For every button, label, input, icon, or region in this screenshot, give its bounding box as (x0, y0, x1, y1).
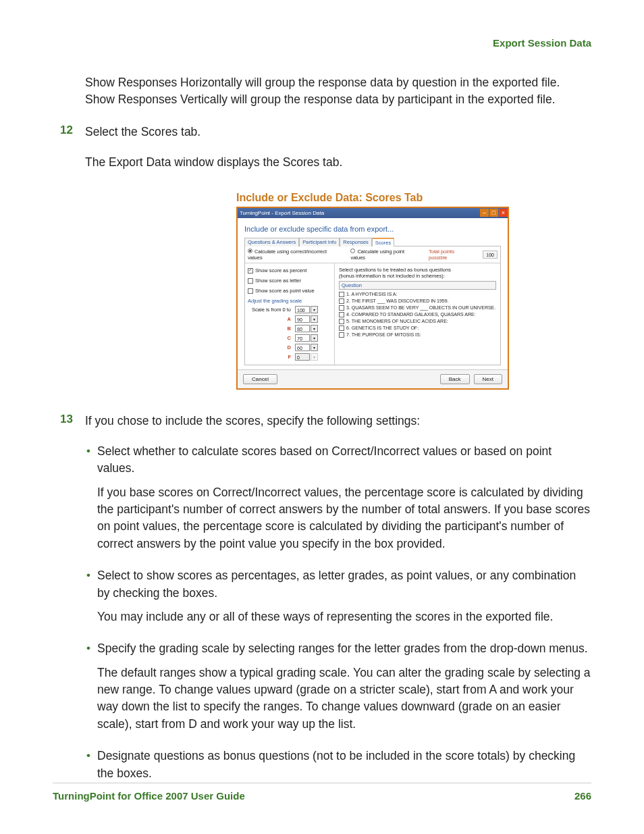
bonus-checkbox[interactable] (339, 325, 344, 331)
dialog-title-text: TurningPoint - Export Session Data (240, 210, 324, 216)
radio-points-label: Calculate using point values (350, 249, 404, 261)
chevron-down-icon[interactable]: ▾ (311, 306, 318, 313)
label-show-pointval: Show score as point value (255, 288, 315, 294)
radio-correct-incorrect[interactable]: Calculate using correct/incorrect values (248, 249, 341, 261)
grade-c-input[interactable]: 70 (295, 334, 310, 342)
bonus-checkbox[interactable] (339, 332, 344, 338)
dialog-heading: Include or exclude specific data from ex… (244, 225, 501, 233)
dialog-titlebar: TurningPoint - Export Session Data – □ × (238, 208, 508, 218)
question-list-header: Question (339, 281, 496, 290)
bullet-icon: • (85, 640, 97, 657)
label-show-percent: Show score as percent (255, 267, 306, 273)
scale-top-input[interactable]: 100 (295, 306, 310, 313)
tab-scores[interactable]: Scores (372, 238, 394, 246)
question-text: 5. THE MONOMERS OF NUCLEIC ACIDS ARE: (346, 319, 448, 323)
step-13-text: If you chose to include the scores, spec… (85, 413, 591, 429)
grade-d-label: D (248, 344, 295, 350)
checkbox-show-letter[interactable] (248, 278, 253, 284)
grade-b-label: B (248, 325, 295, 332)
next-button[interactable]: Next (474, 374, 502, 384)
step-13-number: 13 (53, 413, 85, 429)
checkbox-show-pointval[interactable] (248, 288, 253, 294)
tab-participant-info[interactable]: Participant Info (299, 238, 340, 246)
grade-c-label: C (248, 335, 295, 341)
grade-f-label: F (248, 354, 295, 360)
bullet-2-sub: You may include any or all of these ways… (97, 608, 591, 625)
total-points-label: Total points possible (429, 249, 473, 261)
bonus-checkbox[interactable] (339, 305, 344, 311)
intro-paragraph: Show Responses Horizontally will group t… (85, 74, 591, 109)
adjust-grading-link: Adjust the grading scale (248, 298, 330, 304)
cancel-button[interactable]: Cancel (243, 374, 277, 384)
bullet-icon: • (85, 748, 97, 782)
chevron-down-icon[interactable]: ▾ (311, 315, 318, 323)
radio-point-values[interactable]: Calculate using point values (350, 249, 419, 261)
bonus-checkbox[interactable] (339, 319, 344, 324)
bullet-icon: • (85, 567, 97, 602)
grade-a-input[interactable]: 90 (295, 315, 310, 323)
maximize-icon[interactable]: □ (489, 209, 498, 217)
minimize-icon[interactable]: – (480, 209, 489, 217)
bonus-checkbox[interactable] (339, 292, 344, 297)
grade-b-input[interactable]: 80 (295, 325, 310, 332)
bullet-list: •Select whether to calculate scores base… (85, 443, 591, 782)
chevron-down-icon[interactable]: ▾ (311, 325, 318, 332)
total-points-input[interactable]: 100 (483, 251, 498, 259)
step-12-number: 12 (53, 124, 85, 140)
question-text: 4. COMPARED TO STANDARD GALAXIES, QUASAR… (346, 312, 476, 317)
question-text: 2. THE FIRST ___ WAS DISCOVERED IN 1959. (346, 298, 449, 303)
grade-f-input: 0 (295, 353, 310, 361)
tab-questions-answers[interactable]: Questions & Answers (244, 238, 299, 246)
footer-title: TurningPoint for Office 2007 User Guide (53, 790, 245, 802)
question-text: 6. GENETICS IS THE STUDY OF: (346, 325, 419, 330)
bonus-hint-2: (bonus information is not included in sc… (339, 273, 496, 279)
bullet-2-lead: Select to show scores as percentages, as… (97, 567, 591, 602)
question-text: 3. QUASARS SEEM TO BE VERY ___ OBJECTS I… (346, 305, 495, 310)
tab-responses[interactable]: Responses (340, 238, 372, 246)
grade-d-input[interactable]: 60 (295, 344, 310, 351)
bullet-3-sub: The default ranges show a typical gradin… (97, 664, 591, 733)
grade-a-label: A (248, 316, 295, 322)
bullet-3-lead: Specify the grading scale by selecting r… (97, 640, 591, 657)
step-12-followup: The Export Data window displays the Scor… (85, 154, 591, 171)
bullet-icon: • (85, 443, 97, 477)
page-footer: TurningPoint for Office 2007 User Guide … (53, 783, 591, 802)
bullet-4-lead: Designate questions as bonus questions (… (97, 748, 591, 782)
chevron-down-icon[interactable]: ▾ (311, 334, 318, 342)
bonus-checkbox[interactable] (339, 298, 344, 304)
figure-caption: Include or Exclude Data: Scores Tab (236, 192, 591, 204)
bullet-1-lead: Select whether to calculate scores based… (97, 443, 591, 477)
close-icon[interactable]: × (499, 209, 508, 217)
bonus-checkbox[interactable] (339, 312, 344, 317)
label-show-letter: Show score as letter (255, 278, 301, 284)
question-text: 7. THE PURPOSE OF MITOSIS IS: (346, 332, 421, 337)
chevron-down-icon: ▾ (311, 353, 318, 361)
question-text: 1. A HYPOTHESIS IS A: (346, 292, 397, 296)
checkbox-show-percent[interactable] (248, 268, 253, 273)
chevron-down-icon[interactable]: ▾ (311, 344, 318, 351)
radio-correct-label: Calculate using correct/incorrect values (248, 249, 327, 261)
footer-page-number: 266 (574, 790, 591, 802)
dialog-tabs: Questions & Answers Participant Info Res… (244, 237, 501, 246)
page-section-header: Export Session Data (53, 37, 591, 49)
step-12-text: Select the Scores tab. (85, 124, 591, 140)
scale-intro-label: Scale is from 0 to (248, 307, 295, 313)
bullet-1-sub: If you base scores on Correct/Incorrect … (97, 484, 591, 553)
back-button[interactable]: Back (440, 374, 470, 384)
export-dialog-screenshot: TurningPoint - Export Session Data – □ ×… (236, 207, 509, 390)
bonus-hint-1: Select questions to be treated as bonus … (339, 267, 496, 273)
